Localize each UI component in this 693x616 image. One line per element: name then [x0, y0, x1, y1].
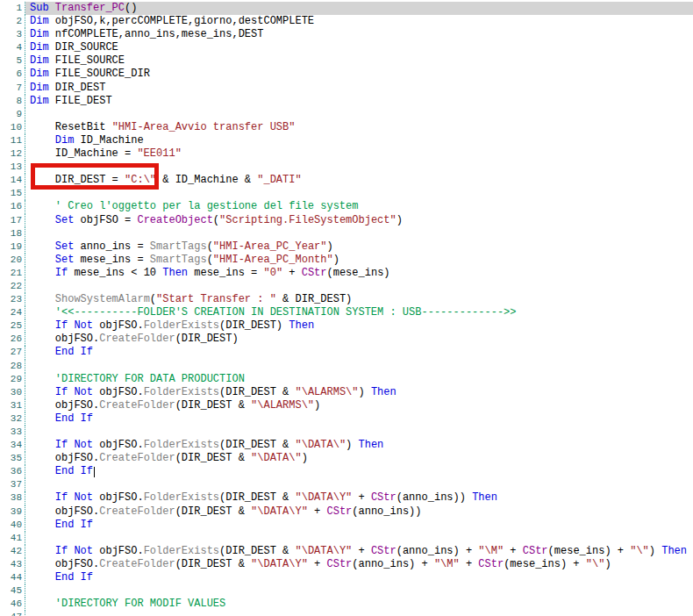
line-number: 41 — [0, 532, 25, 545]
code-token: objFSO. — [93, 386, 144, 398]
code-line[interactable]: 'DIRECTORY FOR MODIF VALUES — [25, 598, 693, 611]
code-token — [49, 2, 55, 14]
line-number: 13 — [0, 161, 25, 174]
code-token: Not — [74, 439, 93, 451]
code-line[interactable]: If Not objFSO.FolderExists(DIR_DEST & "\… — [25, 491, 693, 505]
code-line[interactable] — [25, 227, 693, 240]
code-row: 36 End If — [0, 465, 693, 478]
line-number: 35 — [0, 452, 25, 465]
code-line[interactable]: If Not objFSO.FolderExists(DIR_DEST & "\… — [25, 545, 693, 558]
code-token: If — [55, 386, 68, 398]
code-line[interactable]: objFSO.CreateFolder(DIR_DEST & "\DATA\") — [25, 452, 693, 465]
code-line[interactable]: objFSO.CreateFolder(DIR_DEST & "\DATA\Y"… — [25, 558, 693, 571]
code-line[interactable] — [25, 161, 693, 174]
line-number: 4 — [0, 41, 25, 54]
code-line[interactable] — [25, 280, 693, 293]
code-token: End If — [55, 412, 93, 425]
code-token: ( — [150, 293, 156, 305]
line-number: 1 — [0, 2, 25, 15]
code-token: + — [504, 545, 523, 557]
code-line[interactable] — [25, 532, 693, 545]
code-line[interactable]: Dim FILE_DEST — [25, 95, 693, 108]
code-token: Then — [371, 386, 397, 398]
code-token: (mese_ins) — [327, 267, 390, 279]
code-token: ( — [213, 214, 219, 226]
code-row: 19 Set anno_ins = SmartTags("HMI-Area_PC… — [0, 240, 693, 254]
code-line[interactable]: ' Creo l'oggetto per la gestione del fil… — [25, 200, 693, 213]
code-line[interactable]: DIR_DEST = "C:\" & ID_Machine & "_DATI" — [25, 174, 693, 187]
code-line[interactable] — [25, 108, 693, 121]
code-row: 33 — [0, 426, 693, 439]
code-token: "\DATA\Y" — [251, 558, 308, 570]
code-line[interactable]: End If — [25, 465, 693, 478]
code-line[interactable]: Dim DIR_DEST — [25, 82, 693, 95]
code-line[interactable]: If Not objFSO.FolderExists(DIR_DEST & "\… — [25, 439, 693, 452]
code-line[interactable]: 'DIRECTORY FOR DATA PRODUCTION — [25, 373, 693, 386]
code-token: mese_ins = — [188, 267, 263, 279]
code-token: objFSO. — [30, 505, 99, 518]
line-number: 43 — [0, 558, 25, 571]
code-line[interactable]: objFSO.CreateFolder(DIR_DEST & "\DATA\Y"… — [25, 505, 693, 519]
code-token: (anno_ins)) — [397, 491, 472, 504]
line-number: 24 — [0, 306, 25, 319]
code-token — [30, 491, 55, 504]
line-number: 2 — [0, 15, 25, 28]
code-line[interactable] — [25, 584, 693, 598]
code-token: FolderExists — [144, 439, 219, 451]
code-line[interactable] — [25, 478, 693, 491]
line-number: 18 — [0, 227, 25, 240]
code-row: 9 — [0, 108, 693, 121]
code-line[interactable] — [25, 360, 693, 373]
code-token — [30, 346, 55, 358]
code-token: mese_ins = — [74, 254, 149, 266]
code-editor[interactable]: 1Sub Transfer_PC()2Dim objFSO,k,percCOMP… — [0, 0, 693, 616]
line-number: 45 — [0, 584, 25, 598]
line-number: 47 — [0, 611, 25, 616]
code-line[interactable]: Dim nfCOMPLETE,anno_ins,mese_ins,DEST — [25, 28, 693, 41]
code-row: 5Dim FILE_SOURCE — [0, 54, 693, 68]
code-line[interactable] — [25, 611, 693, 616]
code-line[interactable]: Set mese_ins = SmartTags("HMI-Area_PC_Mo… — [25, 254, 693, 267]
code-token: 'DIRECTORY FOR MODIF VALUES — [30, 598, 225, 610]
code-line[interactable]: Dim FILE_SOURCE_DIR — [25, 68, 693, 81]
code-line[interactable]: End If — [25, 346, 693, 359]
code-line[interactable]: Dim objFSO,k,percCOMPLETE,giorno,destCOM… — [25, 15, 693, 28]
code-token: If — [55, 491, 68, 504]
code-line[interactable]: Sub Transfer_PC() — [25, 2, 693, 15]
code-line[interactable]: End If — [25, 519, 693, 532]
code-token: ) — [314, 399, 320, 412]
code-line[interactable]: '<<----------FOLDER'S CREATION IN DESTIN… — [25, 306, 693, 319]
code-line[interactable]: ID_Machine = "EE011" — [25, 147, 693, 161]
code-line[interactable] — [25, 187, 693, 200]
code-token: SmartTags — [150, 240, 207, 253]
code-line[interactable]: If Not objFSO.FolderExists(DIR_DEST & "\… — [25, 386, 693, 399]
line-number: 44 — [0, 571, 25, 584]
code-row: 20 Set mese_ins = SmartTags("HMI-Area_PC… — [0, 254, 693, 267]
code-line[interactable]: ShowSystemAlarm("Start Transfer : " & DI… — [25, 293, 693, 306]
code-line[interactable]: Dim DIR_SOURCE — [25, 41, 693, 54]
code-line[interactable]: Dim ID_Machine — [25, 134, 693, 147]
code-row: 34 If Not objFSO.FolderExists(DIR_DEST &… — [0, 439, 693, 452]
code-token — [30, 319, 55, 332]
code-line[interactable]: End If — [25, 412, 693, 426]
code-line[interactable]: If Not objFSO.FolderExists(DIR_DEST) The… — [25, 319, 693, 333]
code-line[interactable]: If mese_ins < 10 Then mese_ins = "0" + C… — [25, 267, 693, 280]
code-token: CStr — [478, 558, 504, 570]
code-token: FILE_DEST — [49, 95, 112, 107]
line-number: 31 — [0, 399, 25, 412]
code-line[interactable] — [25, 426, 693, 439]
code-token: FolderExists — [144, 545, 219, 557]
code-row: 21 If mese_ins < 10 Then mese_ins = "0" … — [0, 267, 693, 280]
code-line[interactable]: End If — [25, 571, 693, 584]
code-token: objFSO. — [93, 439, 144, 451]
code-line[interactable]: ResetBit "HMI-Area_Avvio transfer USB" — [25, 121, 693, 134]
code-row: 40 End If — [0, 519, 693, 532]
line-number: 20 — [0, 254, 25, 267]
code-line[interactable]: objFSO.CreateFolder(DIR_DEST & "\ALARMS\… — [25, 399, 693, 412]
code-token: Set — [55, 240, 75, 253]
line-number: 16 — [0, 200, 25, 213]
code-line[interactable]: Set objFSO = CreateObject("Scripting.Fil… — [25, 214, 693, 227]
code-line[interactable]: Dim FILE_SOURCE — [25, 54, 693, 68]
code-line[interactable]: objFSO.CreateFolder(DIR_DEST) — [25, 333, 693, 346]
code-line[interactable]: Set anno_ins = SmartTags("HMI-Area_PC_Ye… — [25, 240, 693, 254]
